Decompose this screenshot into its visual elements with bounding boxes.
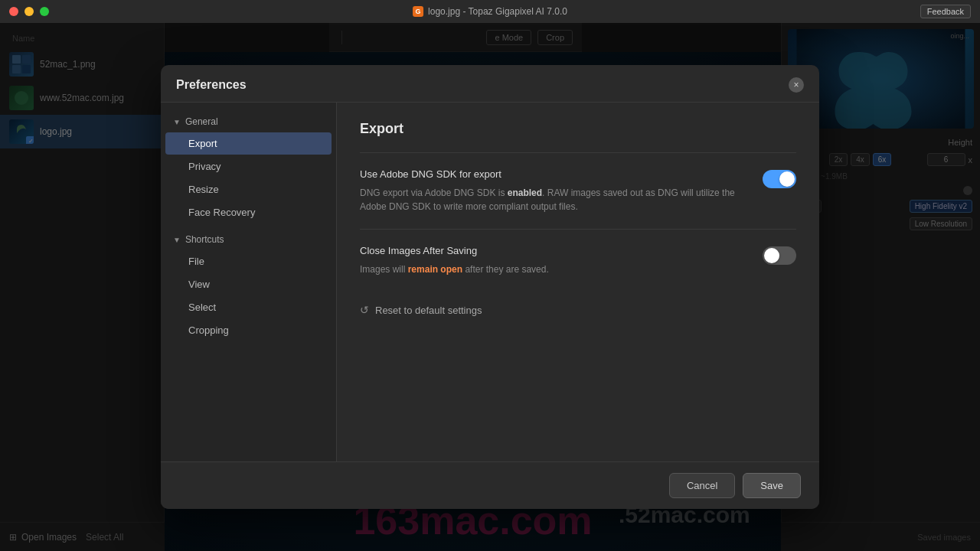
nav-item-cropping[interactable]: Cropping bbox=[165, 319, 332, 341]
close-images-toggle[interactable] bbox=[763, 246, 796, 265]
close-images-text: Close Images After Saving Images will re… bbox=[360, 245, 750, 276]
app-icon: G bbox=[413, 6, 423, 17]
title-bar: G logo.jpg - Topaz Gigapixel AI 7.0.0 Fe… bbox=[0, 0, 980, 23]
content-title: Export bbox=[360, 121, 796, 137]
general-expand-icon: ▼ bbox=[173, 118, 181, 126]
nav-item-export[interactable]: Export bbox=[165, 132, 332, 155]
modal-footer: Cancel Save bbox=[161, 461, 819, 509]
adobe-dng-label: Use Adobe DNG SDK for export bbox=[360, 168, 750, 180]
modal-content: Export Use Adobe DNG SDK for export DNG … bbox=[337, 103, 819, 461]
adobe-dng-text: Use Adobe DNG SDK for export DNG export … bbox=[360, 168, 750, 214]
toggle-knob bbox=[764, 248, 779, 263]
modal-title: Preferences bbox=[176, 78, 247, 92]
setting-adobe-dng: Use Adobe DNG SDK for export DNG export … bbox=[360, 152, 796, 229]
feedback-button[interactable]: Feedback bbox=[920, 5, 971, 18]
shortcuts-section-label: Shortcuts bbox=[185, 234, 224, 245]
close-images-description: Images will remain open after they are s… bbox=[360, 262, 750, 276]
setting-close-images: Close Images After Saving Images will re… bbox=[360, 229, 796, 292]
nav-item-file[interactable]: File bbox=[165, 250, 332, 272]
nav-item-privacy[interactable]: Privacy bbox=[165, 155, 332, 178]
close-images-label: Close Images After Saving bbox=[360, 245, 750, 256]
modal-sidebar: ▼ General Export Privacy Resize Face Rec… bbox=[161, 103, 337, 461]
toggle-knob bbox=[779, 171, 795, 187]
nav-section-shortcuts[interactable]: ▼ Shortcuts bbox=[161, 230, 336, 249]
nav-item-view[interactable]: View bbox=[165, 273, 332, 295]
modal-close-button[interactable]: × bbox=[789, 77, 804, 93]
reset-icon: ↺ bbox=[360, 304, 369, 316]
adobe-dng-toggle[interactable] bbox=[763, 170, 796, 188]
reset-row[interactable]: ↺ Reset to default settings bbox=[360, 292, 796, 322]
maximize-traffic-light[interactable] bbox=[40, 7, 49, 16]
reset-label: Reset to default settings bbox=[375, 305, 482, 316]
nav-section-general[interactable]: ▼ General bbox=[161, 112, 336, 132]
window-title: G logo.jpg - Topaz Gigapixel AI 7.0.0 bbox=[413, 6, 567, 17]
shortcuts-expand-icon: ▼ bbox=[173, 236, 181, 244]
nav-item-resize[interactable]: Resize bbox=[165, 178, 332, 201]
close-images-row: Close Images After Saving Images will re… bbox=[360, 245, 796, 276]
adobe-dng-description: DNG export via Adobe DNG SDK is enabled.… bbox=[360, 186, 750, 214]
app-background: ⊞ Open Images Select All Name 52mac_1.pn… bbox=[0, 23, 980, 551]
modal-body: ▼ General Export Privacy Resize Face Rec… bbox=[161, 103, 819, 461]
close-traffic-light[interactable] bbox=[9, 7, 18, 16]
nav-item-face-recovery[interactable]: Face Recovery bbox=[165, 201, 332, 223]
preferences-modal: Preferences × ▼ General Export Privacy R… bbox=[161, 65, 819, 509]
general-section-label: General bbox=[185, 116, 218, 127]
modal-header: Preferences × bbox=[161, 65, 819, 103]
cancel-button[interactable]: Cancel bbox=[669, 473, 735, 498]
traffic-lights bbox=[9, 7, 49, 16]
window-title-text: logo.jpg - Topaz Gigapixel AI 7.0.0 bbox=[428, 6, 567, 17]
minimize-traffic-light[interactable] bbox=[24, 7, 34, 16]
save-button[interactable]: Save bbox=[743, 473, 801, 498]
nav-item-select[interactable]: Select bbox=[165, 296, 332, 318]
adobe-dng-row: Use Adobe DNG SDK for export DNG export … bbox=[360, 168, 796, 214]
